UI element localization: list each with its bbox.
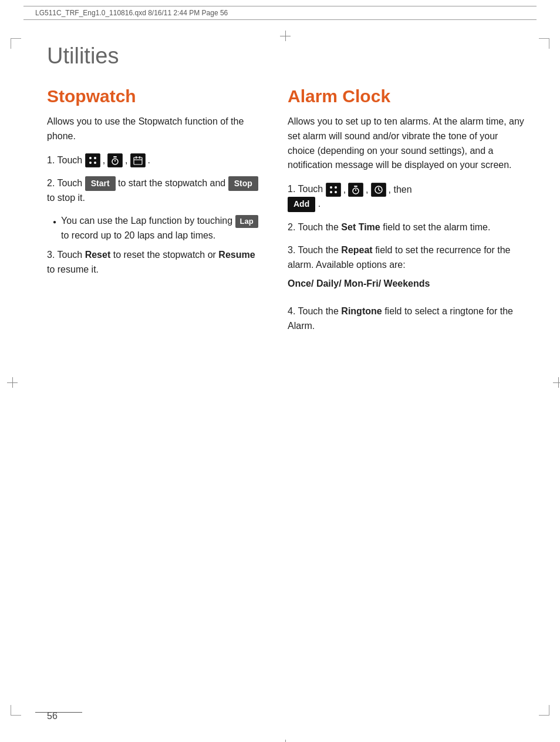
add-button: Add bbox=[288, 197, 315, 212]
options-block: Once/ Daily/ Mon-Fri/ Weekends bbox=[288, 277, 525, 291]
stopwatch-intro: Allows you to use the Stopwatch function… bbox=[47, 115, 264, 144]
stopwatch-heading: Stopwatch bbox=[47, 86, 264, 106]
page-number: 56 bbox=[47, 711, 58, 721]
step2-prefix: 2. Touch bbox=[47, 178, 82, 188]
alarm-step4: 4. Touch the Ringtone field to select a … bbox=[288, 304, 525, 334]
alarm-step4-prefix: 4. Touch the bbox=[288, 306, 339, 316]
calendar-icon bbox=[130, 153, 146, 167]
stopwatch-section: Stopwatch Allows you to use the Stopwatc… bbox=[47, 86, 264, 342]
stopwatch-step3: 3. Touch Reset to reset the stopwatch or… bbox=[47, 248, 264, 277]
two-column-layout: Stopwatch Allows you to use the Stopwatc… bbox=[47, 86, 525, 342]
svg-point-13 bbox=[330, 191, 332, 193]
svg-rect-7 bbox=[134, 157, 142, 164]
svg-rect-4 bbox=[113, 156, 117, 157]
step3-mid: to reset the stopwatch or bbox=[113, 250, 216, 260]
alarm-step1-icons: , , , then bbox=[326, 183, 412, 197]
header-text: LG511C_TRF_Eng1.0_110816.qxd 8/16/11 2:4… bbox=[35, 9, 228, 17]
ringtone-label: Ringtone bbox=[341, 306, 382, 316]
repeat-label: Repeat bbox=[341, 245, 372, 255]
bullet-text: You can use the Lap function by touching bbox=[61, 216, 232, 226]
step1-content: 1. Touch , , . bbox=[47, 153, 264, 168]
start-button: Start bbox=[85, 176, 116, 192]
reg-mark-tr bbox=[539, 38, 549, 49]
options-text: Once/ Daily/ Mon-Fri/ Weekends bbox=[288, 278, 430, 288]
alarm-step1-mid: , then bbox=[389, 183, 412, 197]
alarm-step3-content: 3. Touch the Repeat field to set the rec… bbox=[288, 243, 525, 296]
alarm-menu-icon bbox=[326, 183, 341, 197]
set-time-label: Set Time bbox=[341, 222, 380, 232]
svg-point-3 bbox=[94, 162, 96, 164]
step2-content: 2. Touch Start to start the stopwatch an… bbox=[47, 176, 264, 206]
alarm-clock-heading: Alarm Clock bbox=[288, 86, 525, 106]
svg-point-11 bbox=[330, 186, 332, 189]
bullet-dot: ● bbox=[53, 217, 56, 243]
step3-end: to resume it. bbox=[47, 264, 99, 274]
page-container: LG511C_TRF_Eng1.0_110816.qxd 8/16/11 2:4… bbox=[0, 6, 560, 742]
stopwatch-step2: 2. Touch Start to start the stopwatch an… bbox=[47, 176, 264, 206]
step1-prefix: 1. Touch bbox=[47, 155, 82, 165]
main-content: Utilities Stopwatch Allows you to use th… bbox=[0, 26, 560, 365]
alarm-clock-section: Alarm Clock Allows you to set up to ten … bbox=[288, 86, 525, 342]
resume-label: Resume bbox=[218, 250, 255, 260]
page-title: Utilities bbox=[47, 43, 525, 69]
reg-mark-tl bbox=[11, 38, 21, 49]
bottom-rule bbox=[35, 712, 82, 713]
stopwatch-step1: 1. Touch , , . bbox=[47, 153, 264, 168]
alarm-step1-dot: . bbox=[318, 199, 321, 209]
menu-icon bbox=[85, 153, 100, 167]
step1-icons: , , . bbox=[85, 153, 150, 168]
alarm-step1: 1. Touch , , , then bbox=[288, 182, 525, 212]
svg-rect-15 bbox=[354, 186, 357, 187]
stopwatch-icon bbox=[107, 153, 123, 167]
step3-prefix: 3. Touch bbox=[47, 250, 82, 260]
alarm-step3-prefix: 3. Touch the bbox=[288, 245, 339, 255]
alarm-step2-end: field to set the alarm time. bbox=[383, 222, 490, 232]
alarm-clock-icon2 bbox=[348, 183, 363, 197]
svg-point-14 bbox=[335, 191, 337, 193]
alarm-step2-content: 2. Touch the Set Time field to set the a… bbox=[288, 220, 525, 235]
stop-button: Stop bbox=[228, 176, 258, 192]
alarm-clock-intro: Allows you to set up to ten alarms. At t… bbox=[288, 115, 525, 173]
reg-mark-bl bbox=[11, 705, 21, 716]
svg-point-1 bbox=[94, 157, 96, 159]
lap-button: Lap bbox=[235, 215, 258, 228]
step2-mid: to start the stopwatch and bbox=[118, 178, 228, 188]
svg-line-20 bbox=[379, 190, 380, 191]
bullet-list: ● You can use the Lap function by touchi… bbox=[53, 214, 264, 243]
alarm-step2: 2. Touch the Set Time field to set the a… bbox=[288, 220, 525, 235]
svg-point-2 bbox=[89, 162, 92, 164]
alarm-step3: 3. Touch the Repeat field to set the rec… bbox=[288, 243, 525, 296]
bullet-content: You can use the Lap function by touching… bbox=[61, 214, 264, 243]
alarm-step2-prefix: 2. Touch the bbox=[288, 222, 339, 232]
reset-label: Reset bbox=[85, 250, 111, 260]
step3-content: 3. Touch Reset to reset the stopwatch or… bbox=[47, 248, 264, 277]
svg-point-12 bbox=[335, 186, 337, 189]
alarm-step1-prefix: 1. Touch bbox=[288, 184, 323, 194]
header-bar: LG511C_TRF_Eng1.0_110816.qxd 8/16/11 2:4… bbox=[23, 6, 537, 20]
alarm-time-icon bbox=[371, 183, 386, 197]
step2-end: to stop it. bbox=[47, 193, 85, 203]
alarm-step4-content: 4. Touch the Ringtone field to select a … bbox=[288, 304, 525, 334]
bullet-end: to record up to 20 laps and lap times. bbox=[61, 230, 215, 240]
svg-point-0 bbox=[89, 157, 92, 159]
bullet-item-lap: ● You can use the Lap function by touchi… bbox=[53, 214, 264, 243]
alarm-step1-content: 1. Touch , , , then bbox=[288, 182, 525, 212]
reg-mark-br bbox=[539, 705, 549, 716]
